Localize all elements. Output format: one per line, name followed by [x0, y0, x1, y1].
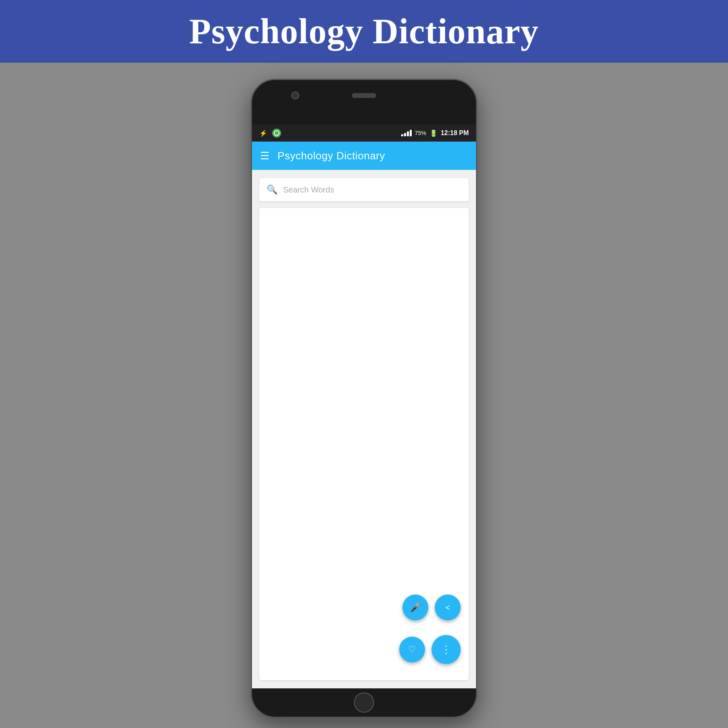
favorite-button[interactable]: ♡ — [399, 637, 425, 662]
mic-button[interactable]: 🎤 — [402, 595, 428, 620]
more-options-button[interactable]: ⋮ — [432, 635, 461, 664]
content-card: 🎤 < ♡ ⋮ — [259, 208, 469, 680]
signal-bar-3 — [407, 131, 409, 136]
speaker — [352, 93, 376, 98]
time-display: 12:18 PM — [441, 129, 469, 137]
usb-icon: ⚡ — [259, 129, 267, 137]
signal-bar-2 — [404, 133, 406, 136]
hamburger-menu-icon[interactable]: ☰ — [260, 150, 269, 162]
top-banner: Psychology Dictionary — [0, 0, 728, 63]
signal-icon — [401, 130, 412, 136]
status-right-icons: 75% 🔋 12:18 PM — [401, 129, 469, 137]
status-bar: ⚡ 75% 🔋 12:18 PM — [252, 125, 476, 142]
banner-title: Psychology Dictionary — [189, 11, 539, 52]
search-icon: 🔍 — [267, 184, 277, 195]
screen-content: 🔍 Search Words 🎤 < — [252, 170, 476, 688]
phone-mockup: ⚡ 75% 🔋 12:18 PM ☰ Psychology Dictionary — [251, 79, 477, 718]
search-placeholder[interactable]: Search Words — [283, 185, 334, 195]
fab-row-bottom: ♡ ⋮ — [399, 635, 461, 664]
phone-bottom-bezel — [252, 688, 476, 717]
app-bar-title: Psychology Dictionary — [277, 150, 385, 162]
phone-top-bezel — [252, 80, 476, 125]
signal-bar-1 — [401, 134, 403, 136]
front-camera — [291, 91, 299, 99]
search-bar[interactable]: 🔍 Search Words — [259, 178, 469, 201]
fab-container: 🎤 < ♡ ⋮ — [399, 595, 461, 664]
power-button — [476, 210, 477, 250]
main-area: ⚡ 75% 🔋 12:18 PM ☰ Psychology Dictionary — [0, 63, 728, 728]
fab-row-top: 🎤 < — [402, 595, 461, 620]
share-button[interactable]: < — [435, 595, 461, 620]
battery-icon: 🔋 — [430, 129, 438, 137]
home-button[interactable] — [354, 692, 374, 713]
status-left-icons: ⚡ — [259, 129, 281, 138]
signal-bar-4 — [410, 130, 412, 136]
location-icon — [272, 129, 281, 138]
app-bar: ☰ Psychology Dictionary — [252, 142, 476, 170]
battery-text: 75% — [415, 130, 426, 136]
